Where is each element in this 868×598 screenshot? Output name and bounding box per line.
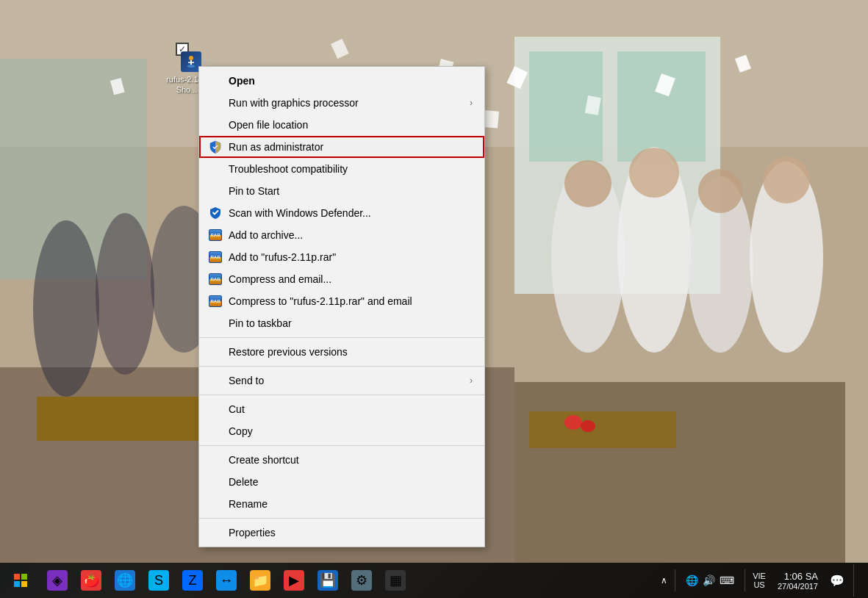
- menu-icon-restore-prev: [208, 345, 223, 359]
- menu-item-run-with-gpu[interactable]: Run with graphics processor›: [199, 92, 484, 114]
- menu-item-create-shortcut[interactable]: Create shortcut: [199, 449, 484, 471]
- svg-point-12: [96, 213, 154, 375]
- menu-item-delete[interactable]: Delete: [199, 471, 484, 493]
- svg-point-30: [763, 156, 810, 203]
- menu-item-compress-rar-email[interactable]: RARCompress to "rufus-2.11p.rar" and ema…: [199, 290, 484, 312]
- menu-item-open[interactable]: Open: [199, 70, 484, 92]
- menu-icon-add-to-rar: RAR: [208, 250, 223, 264]
- start-button[interactable]: [3, 563, 38, 598]
- menu-label-create-shortcut: Create shortcut: [229, 454, 473, 466]
- app-icon-teamviewer: ↔: [216, 570, 237, 591]
- menu-icon-open-file-location: [208, 118, 223, 132]
- menu-item-run-as-admin[interactable]: Run as administrator: [199, 136, 484, 158]
- menu-label-pin-taskbar: Pin to taskbar: [229, 317, 473, 329]
- menu-label-compress-email: Compress and email...: [229, 273, 473, 285]
- context-menu: OpenRun with graphics processor›Open fil…: [198, 66, 485, 547]
- app-icon-zalo: Z: [182, 570, 203, 591]
- menu-item-send-to[interactable]: Send to›: [199, 370, 484, 392]
- svg-rect-9: [514, 382, 845, 563]
- svg-point-27: [564, 160, 611, 207]
- menu-item-open-file-location[interactable]: Open file location: [199, 114, 484, 136]
- menu-icon-properties: [208, 525, 223, 540]
- menu-label-delete: Delete: [229, 476, 473, 488]
- clock-time: 1:06 SA: [778, 571, 818, 582]
- taskbar-app-zalo[interactable]: Z: [176, 564, 209, 597]
- menu-label-cut: Cut: [229, 403, 473, 415]
- menu-separator: [199, 366, 484, 367]
- svg-rect-52: [21, 581, 27, 587]
- svg-point-48: [187, 65, 195, 68]
- taskbar-app-app2[interactable]: ▦: [379, 564, 412, 597]
- menu-item-scan-defender[interactable]: Scan with Windows Defender...: [199, 202, 484, 224]
- taskbar-app-usb[interactable]: 💾: [312, 564, 344, 597]
- taskbar-app-tomato[interactable]: 🍅: [75, 564, 107, 597]
- svg-point-43: [564, 415, 582, 430]
- menu-label-run-as-admin: Run as administrator: [229, 141, 473, 153]
- taskbar-app-visual-studio[interactable]: ◈: [41, 564, 73, 597]
- menu-item-copy[interactable]: Copy: [199, 420, 484, 442]
- taskbar-app-media[interactable]: ▶: [278, 564, 310, 597]
- menu-label-pin-to-start: Pin to Start: [229, 185, 473, 197]
- keyboard-icon[interactable]: ⌨: [720, 574, 734, 586]
- taskbar-app-gear[interactable]: ⚙: [345, 564, 378, 597]
- menu-icon-pin-to-start: [208, 184, 223, 198]
- menu-item-properties[interactable]: Properties: [199, 522, 484, 544]
- language-indicator[interactable]: VIE US: [750, 572, 769, 589]
- rufus-icon-image: ✓: [172, 43, 201, 72]
- svg-rect-49: [14, 574, 20, 580]
- menu-label-run-with-gpu: Run with graphics processor: [229, 97, 470, 109]
- app-icon-tomato: 🍅: [81, 570, 101, 591]
- svg-point-28: [629, 148, 679, 198]
- taskbar-app-earth[interactable]: 🌐: [109, 564, 141, 597]
- menu-item-cut[interactable]: Cut: [199, 398, 484, 420]
- menu-label-add-to-rar: Add to "rufus-2.11p.rar": [229, 251, 473, 263]
- svg-rect-51: [14, 581, 20, 587]
- network-icon[interactable]: 🌐: [686, 574, 698, 586]
- app-icon-media: ▶: [284, 570, 304, 591]
- app-icon-folder: 📁: [250, 570, 270, 591]
- menu-icon-compress-email: RAR: [208, 272, 223, 287]
- svg-rect-50: [21, 574, 27, 580]
- menu-label-compress-rar-email: Compress to "rufus-2.11p.rar" and email: [229, 295, 473, 307]
- app-icon-visual-studio: ◈: [47, 570, 68, 591]
- menu-icon-scan-defender: [208, 206, 223, 220]
- svg-point-29: [698, 169, 742, 213]
- menu-icon-send-to: [208, 373, 223, 388]
- svg-rect-4: [617, 51, 706, 162]
- menu-item-troubleshoot[interactable]: Troubleshoot compatibility: [199, 158, 484, 180]
- taskbar-app-skype[interactable]: S: [143, 564, 175, 597]
- menu-icon-troubleshoot: [208, 162, 223, 176]
- notification-button[interactable]: 💬: [827, 574, 847, 588]
- menu-icon-pin-taskbar: [208, 316, 223, 331]
- menu-icon-add-archive: RAR: [208, 228, 223, 242]
- menu-label-open-file-location: Open file location: [229, 119, 473, 131]
- menu-icon-compress-rar-email: RAR: [208, 294, 223, 309]
- menu-label-rename: Rename: [229, 498, 473, 510]
- menu-item-pin-taskbar[interactable]: Pin to taskbar: [199, 312, 484, 334]
- volume-icon[interactable]: 🔊: [703, 574, 715, 586]
- menu-icon-rename: [208, 497, 223, 511]
- menu-icon-cut: [208, 402, 223, 417]
- menu-label-restore-prev: Restore previous versions: [229, 346, 473, 358]
- tray-overflow-button[interactable]: ∧: [658, 575, 670, 586]
- menu-item-compress-email[interactable]: RARCompress and email...: [199, 268, 484, 290]
- menu-item-rename[interactable]: Rename: [199, 493, 484, 515]
- menu-separator: [199, 395, 484, 395]
- menu-label-scan-defender: Scan with Windows Defender...: [229, 207, 473, 219]
- taskbar-app-folder[interactable]: 📁: [244, 564, 276, 597]
- menu-item-add-to-rar[interactable]: RARAdd to "rufus-2.11p.rar": [199, 246, 484, 268]
- menu-label-add-archive: Add to archive...: [229, 229, 473, 241]
- menu-item-add-archive[interactable]: RARAdd to archive...: [199, 224, 484, 246]
- taskbar: ◈🍅🌐SZ↔📁▶💾⚙▦ ∧ 🌐 🔊 ⌨ VIE US 1:06 SA 27/04…: [0, 563, 868, 598]
- taskbar-app-teamviewer[interactable]: ↔: [210, 564, 243, 597]
- menu-icon-run-with-gpu: [208, 96, 223, 110]
- menu-item-pin-to-start[interactable]: Pin to Start: [199, 180, 484, 202]
- menu-icon-run-as-admin: [208, 140, 223, 154]
- show-desktop-button[interactable]: [853, 564, 859, 597]
- taskbar-right: ∧ 🌐 🔊 ⌨ VIE US 1:06 SA 27/04/2017 💬: [658, 564, 865, 597]
- svg-rect-40: [484, 110, 499, 129]
- clock[interactable]: 1:06 SA 27/04/2017: [772, 571, 824, 591]
- menu-icon-delete: [208, 475, 223, 489]
- menu-item-restore-prev[interactable]: Restore previous versions: [199, 341, 484, 363]
- taskbar-divider: [675, 569, 675, 591]
